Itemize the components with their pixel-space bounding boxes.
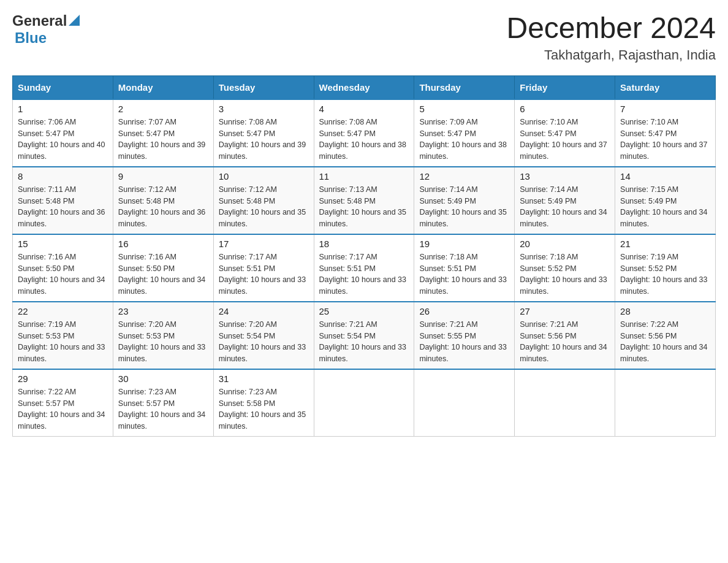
weekday-header-wednesday: Wednesday	[314, 75, 414, 99]
day-info: Sunrise: 7:19 AM Sunset: 5:52 PM Dayligh…	[620, 251, 710, 297]
day-number: 30	[118, 373, 208, 384]
calendar-day-20: 20 Sunrise: 7:18 AM Sunset: 5:52 PM Dayl…	[515, 234, 615, 302]
calendar-day-27: 27 Sunrise: 7:21 AM Sunset: 5:56 PM Dayl…	[515, 302, 615, 369]
day-number: 9	[118, 171, 208, 182]
day-number: 28	[620, 306, 710, 316]
calendar-week-5: 29 Sunrise: 7:22 AM Sunset: 5:57 PM Dayl…	[13, 369, 716, 437]
day-number: 17	[219, 239, 309, 249]
day-number: 24	[219, 306, 309, 316]
day-info: Sunrise: 7:12 AM Sunset: 5:48 PM Dayligh…	[219, 184, 309, 230]
day-info: Sunrise: 7:15 AM Sunset: 5:49 PM Dayligh…	[620, 184, 710, 230]
calendar-day-2: 2 Sunrise: 7:07 AM Sunset: 5:47 PM Dayli…	[113, 99, 213, 167]
calendar-table: SundayMondayTuesdayWednesdayThursdayFrid…	[12, 75, 716, 437]
weekday-header-row: SundayMondayTuesdayWednesdayThursdayFrid…	[13, 75, 716, 99]
day-number: 7	[620, 104, 710, 114]
day-number: 15	[18, 239, 108, 249]
day-number: 4	[319, 104, 409, 114]
day-info: Sunrise: 7:16 AM Sunset: 5:50 PM Dayligh…	[118, 251, 208, 297]
day-info: Sunrise: 7:20 AM Sunset: 5:54 PM Dayligh…	[219, 319, 309, 365]
calendar-empty	[515, 369, 615, 437]
calendar-day-5: 5 Sunrise: 7:09 AM Sunset: 5:47 PM Dayli…	[414, 99, 515, 167]
day-number: 21	[620, 239, 710, 249]
day-info: Sunrise: 7:16 AM Sunset: 5:50 PM Dayligh…	[18, 251, 108, 297]
day-number: 31	[219, 373, 309, 384]
calendar-day-13: 13 Sunrise: 7:14 AM Sunset: 5:49 PM Dayl…	[515, 167, 615, 234]
calendar-day-7: 7 Sunrise: 7:10 AM Sunset: 5:47 PM Dayli…	[615, 99, 716, 167]
day-info: Sunrise: 7:21 AM Sunset: 5:56 PM Dayligh…	[520, 319, 610, 365]
logo-blue-text: Blue	[15, 29, 47, 47]
day-info: Sunrise: 7:17 AM Sunset: 5:51 PM Dayligh…	[319, 251, 409, 297]
day-info: Sunrise: 7:23 AM Sunset: 5:57 PM Dayligh…	[118, 386, 208, 432]
day-number: 22	[18, 306, 108, 316]
day-number: 27	[520, 306, 610, 316]
day-number: 23	[118, 306, 208, 316]
day-info: Sunrise: 7:06 AM Sunset: 5:47 PM Dayligh…	[18, 117, 108, 163]
day-number: 3	[219, 104, 309, 114]
day-info: Sunrise: 7:21 AM Sunset: 5:55 PM Dayligh…	[419, 319, 509, 365]
title-block: December 2024 Takhatgarh, Rajasthan, Ind…	[506, 12, 716, 63]
calendar-day-8: 8 Sunrise: 7:11 AM Sunset: 5:48 PM Dayli…	[13, 167, 113, 234]
logo-general-text: General	[12, 12, 67, 29]
calendar-day-4: 4 Sunrise: 7:08 AM Sunset: 5:47 PM Dayli…	[314, 99, 414, 167]
day-number: 20	[520, 239, 610, 249]
day-info: Sunrise: 7:10 AM Sunset: 5:47 PM Dayligh…	[620, 117, 710, 163]
calendar-day-21: 21 Sunrise: 7:19 AM Sunset: 5:52 PM Dayl…	[615, 234, 716, 302]
day-info: Sunrise: 7:07 AM Sunset: 5:47 PM Dayligh…	[118, 117, 208, 163]
weekday-header-monday: Monday	[113, 75, 213, 99]
day-number: 18	[319, 239, 409, 249]
page-header: General Blue December 2024 Takhatgarh, R…	[12, 12, 716, 63]
calendar-day-18: 18 Sunrise: 7:17 AM Sunset: 5:51 PM Dayl…	[314, 234, 414, 302]
day-number: 1	[18, 104, 108, 114]
day-number: 2	[118, 104, 208, 114]
day-info: Sunrise: 7:18 AM Sunset: 5:52 PM Dayligh…	[520, 251, 610, 297]
logo-triangle-icon	[69, 15, 80, 28]
calendar-week-4: 22 Sunrise: 7:19 AM Sunset: 5:53 PM Dayl…	[13, 302, 716, 369]
location-subtitle: Takhatgarh, Rajasthan, India	[506, 47, 716, 63]
day-number: 10	[219, 171, 309, 182]
calendar-empty	[414, 369, 515, 437]
day-info: Sunrise: 7:17 AM Sunset: 5:51 PM Dayligh…	[219, 251, 309, 297]
calendar-day-12: 12 Sunrise: 7:14 AM Sunset: 5:49 PM Dayl…	[414, 167, 515, 234]
day-info: Sunrise: 7:18 AM Sunset: 5:51 PM Dayligh…	[419, 251, 509, 297]
calendar-day-22: 22 Sunrise: 7:19 AM Sunset: 5:53 PM Dayl…	[13, 302, 113, 369]
calendar-day-3: 3 Sunrise: 7:08 AM Sunset: 5:47 PM Dayli…	[213, 99, 314, 167]
day-info: Sunrise: 7:14 AM Sunset: 5:49 PM Dayligh…	[520, 184, 610, 230]
calendar-day-14: 14 Sunrise: 7:15 AM Sunset: 5:49 PM Dayl…	[615, 167, 716, 234]
calendar-week-3: 15 Sunrise: 7:16 AM Sunset: 5:50 PM Dayl…	[13, 234, 716, 302]
day-number: 26	[419, 306, 509, 316]
day-info: Sunrise: 7:23 AM Sunset: 5:58 PM Dayligh…	[219, 386, 309, 432]
day-info: Sunrise: 7:22 AM Sunset: 5:57 PM Dayligh…	[18, 386, 108, 432]
day-info: Sunrise: 7:19 AM Sunset: 5:53 PM Dayligh…	[18, 319, 108, 365]
day-info: Sunrise: 7:11 AM Sunset: 5:48 PM Dayligh…	[18, 184, 108, 230]
calendar-day-9: 9 Sunrise: 7:12 AM Sunset: 5:48 PM Dayli…	[113, 167, 213, 234]
calendar-day-28: 28 Sunrise: 7:22 AM Sunset: 5:56 PM Dayl…	[615, 302, 716, 369]
calendar-day-26: 26 Sunrise: 7:21 AM Sunset: 5:55 PM Dayl…	[414, 302, 515, 369]
day-number: 12	[419, 171, 509, 182]
weekday-header-thursday: Thursday	[414, 75, 515, 99]
weekday-header-sunday: Sunday	[13, 75, 113, 99]
calendar-empty	[615, 369, 716, 437]
calendar-day-10: 10 Sunrise: 7:12 AM Sunset: 5:48 PM Dayl…	[213, 167, 314, 234]
day-info: Sunrise: 7:21 AM Sunset: 5:54 PM Dayligh…	[319, 319, 409, 365]
day-info: Sunrise: 7:08 AM Sunset: 5:47 PM Dayligh…	[319, 117, 409, 163]
day-number: 29	[18, 373, 108, 384]
day-number: 8	[18, 171, 108, 182]
month-year-title: December 2024	[506, 12, 716, 45]
day-info: Sunrise: 7:20 AM Sunset: 5:53 PM Dayligh…	[118, 319, 208, 365]
day-number: 5	[419, 104, 509, 114]
calendar-day-29: 29 Sunrise: 7:22 AM Sunset: 5:57 PM Dayl…	[13, 369, 113, 437]
calendar-day-19: 19 Sunrise: 7:18 AM Sunset: 5:51 PM Dayl…	[414, 234, 515, 302]
weekday-header-tuesday: Tuesday	[213, 75, 314, 99]
calendar-day-16: 16 Sunrise: 7:16 AM Sunset: 5:50 PM Dayl…	[113, 234, 213, 302]
calendar-day-31: 31 Sunrise: 7:23 AM Sunset: 5:58 PM Dayl…	[213, 369, 314, 437]
day-info: Sunrise: 7:10 AM Sunset: 5:47 PM Dayligh…	[520, 117, 610, 163]
day-info: Sunrise: 7:22 AM Sunset: 5:56 PM Dayligh…	[620, 319, 710, 365]
day-info: Sunrise: 7:13 AM Sunset: 5:48 PM Dayligh…	[319, 184, 409, 230]
calendar-empty	[314, 369, 414, 437]
calendar-day-23: 23 Sunrise: 7:20 AM Sunset: 5:53 PM Dayl…	[113, 302, 213, 369]
calendar-week-1: 1 Sunrise: 7:06 AM Sunset: 5:47 PM Dayli…	[13, 99, 716, 167]
calendar-day-30: 30 Sunrise: 7:23 AM Sunset: 5:57 PM Dayl…	[113, 369, 213, 437]
day-number: 11	[319, 171, 409, 182]
svg-marker-0	[69, 15, 80, 26]
day-info: Sunrise: 7:12 AM Sunset: 5:48 PM Dayligh…	[118, 184, 208, 230]
